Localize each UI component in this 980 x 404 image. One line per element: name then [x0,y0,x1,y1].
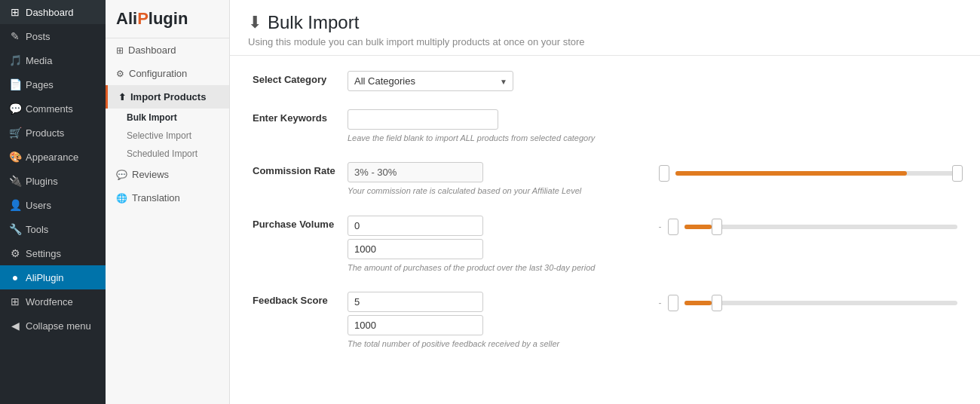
purchase-dual-input [348,216,647,259]
purchase-slider-area: - [659,216,958,235]
sidebar-label-products: Products [26,127,64,139]
sidebar-item-media[interactable]: 🎵 Media [0,48,106,72]
commission-slider-left-handle[interactable] [659,165,669,182]
purchase-min-input[interactable] [348,216,483,236]
commission-slider-right-handle[interactable] [952,165,963,182]
sidebar-item-users[interactable]: 👤 Users [0,193,106,217]
subpanel-item-import[interactable]: ⬆ Import Products [106,85,229,109]
sidebar-item-plugins[interactable]: 🔌 Plugins [0,169,106,193]
sidebar-label-wordfence: Wordfence [26,296,73,308]
purchase-max-input[interactable] [348,239,483,259]
appearance-icon: 🎨 [9,151,21,163]
commission-controls: 3% - 30% Your commission rate is calcula… [348,162,647,197]
category-select[interactable]: All Categories Electronics Clothing Toys… [348,71,513,91]
purchase-slider-left-handle[interactable] [668,219,678,235]
sidebar-item-pages[interactable]: 📄 Pages [0,72,106,96]
products-icon: 🛒 [9,127,21,139]
feedback-max-input[interactable] [348,315,483,335]
subpanel-sub-scheduled-import[interactable]: Scheduled Import [106,145,229,163]
sidebar-label-aliplugin: AliPlugin [26,272,64,283]
feedback-dual-input [348,292,647,335]
keywords-hint: Leave the field blank to import ALL prod… [348,133,709,144]
purchase-controls: The amount of purchases of the product o… [348,216,647,274]
sidebar-item-tools[interactable]: 🔧 Tools [0,217,106,241]
sp-import-icon: ⬆ [118,92,126,103]
sp-reviews-label: Reviews [132,169,169,180]
feedback-label: Feedback Score [253,292,335,306]
form-row-keywords: Enter Keywords Leave the field blank to … [253,109,957,144]
sidebar-item-appearance[interactable]: 🎨 Appearance [0,145,106,169]
posts-icon: ✎ [9,30,21,42]
form-row-commission: Commission Rate 3% - 30% Your commission… [253,162,957,197]
purchase-slider-right-handle[interactable] [712,219,722,235]
sidebar-item-products[interactable]: 🛒 Products [0,121,106,145]
sidebar-label-users: Users [26,200,51,211]
sidebar-item-collapse[interactable]: ◀ Collapse menu [0,314,106,338]
keywords-label: Enter Keywords [253,109,335,124]
wordfence-icon: ⊞ [9,295,21,308]
sidebar-item-comments[interactable]: 💬 Comments [0,96,106,121]
feedback-controls: The total number of positive feedback re… [348,292,647,350]
sidebar-label-posts: Posts [26,31,51,42]
sidebar-item-dashboard[interactable]: ⊞ Dashboard [0,0,106,24]
form-row-purchase: Purchase Volume The amount of purchases … [253,216,957,274]
purchase-bar-fill [684,225,712,229]
feedback-separator: - [659,298,662,308]
sidebar-label-plugins: Plugins [26,176,58,187]
subpanel: AliPlugin ⊞ Dashboard ⚙ Configuration ⬆ … [106,0,230,404]
media-icon: 🎵 [9,54,21,66]
settings-icon: ⚙ [9,247,21,259]
subpanel-item-dashboard[interactable]: ⊞ Dashboard [106,38,229,62]
sidebar-item-aliplugin[interactable]: ● AliPlugin [0,265,106,289]
scheduled-import-label: Scheduled Import [127,148,198,159]
sidebar: ⊞ Dashboard ✎ Posts 🎵 Media 📄 Pages 💬 Co… [0,0,106,404]
subpanel-item-translation[interactable]: 🌐 Translation [106,186,229,210]
feedback-range-bar [684,301,958,305]
commission-bar-fill [675,171,907,176]
sp-config-icon: ⚙ [116,69,124,79]
dashboard-icon: ⊞ [9,6,21,18]
subpanel-item-config[interactable]: ⚙ Configuration [106,62,229,85]
page-title: Bulk Import [268,12,359,33]
sidebar-item-wordfence[interactable]: ⊞ Wordfence [0,289,106,314]
category-controls: All Categories Electronics Clothing Toys… [348,71,709,91]
tools-icon: 🔧 [9,223,21,235]
sp-dashboard-label: Dashboard [128,44,176,56]
bulk-import-header-icon: ⬇ [248,13,262,32]
subpanel-sub-bulk-import[interactable]: Bulk Import [106,109,229,127]
form-row-feedback: Feedback Score The total number of posit… [253,292,957,350]
plugins-icon: 🔌 [9,175,21,187]
feedback-slider-left-handle[interactable] [668,295,678,311]
sidebar-label-collapse: Collapse menu [26,320,91,332]
sp-config-label: Configuration [129,68,187,79]
purchase-hint: The amount of purchases of the product o… [348,262,647,274]
sidebar-label-appearance: Appearance [26,152,78,163]
sp-translation-icon: 🌐 [116,193,127,204]
commission-hint: Your commission rate is calculated based… [348,185,647,197]
commission-range-bar [675,171,958,176]
subpanel-sub-selective-import[interactable]: Selective Import [106,127,229,145]
main-header: ⬇ Bulk Import Using this module you can … [230,0,980,56]
main-body: Select Category All Categories Electroni… [230,56,980,384]
sidebar-item-posts[interactable]: ✎ Posts [0,24,106,48]
feedback-hint: The total number of positive feedback re… [348,338,647,350]
keywords-input[interactable] [348,109,498,130]
sidebar-label-dashboard: Dashboard [26,7,74,18]
main-title-area: ⬇ Bulk Import [248,12,962,33]
aliplugin-icon: ● [9,271,21,283]
commission-slider-area [659,162,958,182]
users-icon: 👤 [9,199,21,211]
main-content: ⬇ Bulk Import Using this module you can … [230,0,980,404]
commission-label: Commission Rate [253,162,335,176]
category-select-wrapper: All Categories Electronics Clothing Toys… [348,71,513,91]
sidebar-item-settings[interactable]: ⚙ Settings [0,241,106,265]
keywords-controls: Leave the field blank to import ALL prod… [348,109,709,144]
category-label: Select Category [253,71,335,85]
sp-translation-label: Translation [132,192,180,204]
sidebar-label-settings: Settings [26,248,61,259]
subpanel-item-reviews[interactable]: 💬 Reviews [106,163,229,186]
feedback-min-input[interactable] [348,292,483,312]
selective-import-label: Selective Import [127,130,191,141]
sidebar-label-media: Media [26,55,52,66]
feedback-slider-right-handle[interactable] [712,295,722,311]
